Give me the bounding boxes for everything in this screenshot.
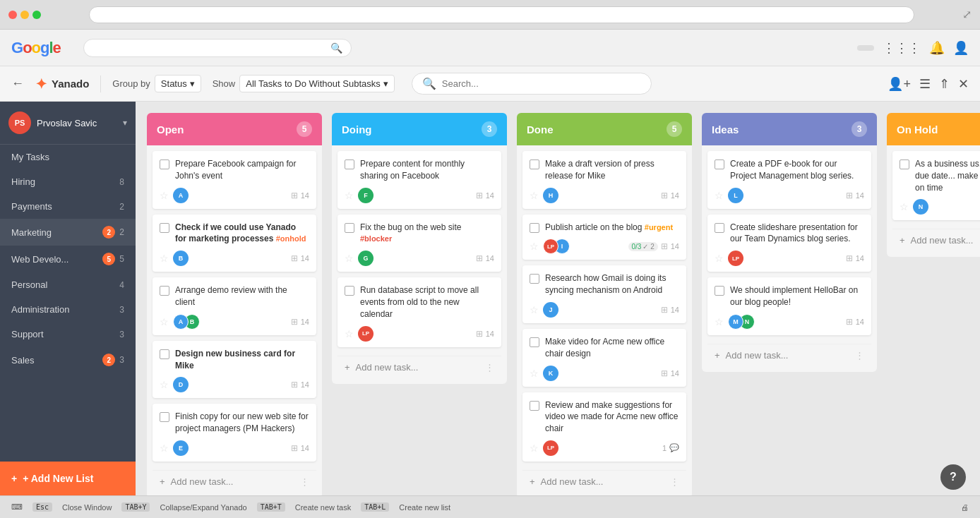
- task-checkbox[interactable]: [530, 337, 539, 347]
- url-bar[interactable]: [89, 6, 914, 23]
- task-card[interactable]: Prepare Facebook campaign for John's eve…: [153, 151, 316, 209]
- search-input[interactable]: [442, 78, 641, 89]
- task-checkbox[interactable]: [345, 159, 354, 169]
- add-task-button[interactable]: + Add new task... ⋮: [522, 470, 686, 493]
- group-by-dropdown[interactable]: Status ▾: [155, 75, 201, 92]
- grid-icon[interactable]: ⋮⋮⋮: [883, 40, 921, 56]
- star-icon[interactable]: ☆: [530, 241, 539, 252]
- task-checkbox[interactable]: [160, 412, 169, 422]
- task-card[interactable]: Design new business card for Mike ☆ D ⊞ …: [153, 341, 316, 399]
- task-checkbox[interactable]: [530, 401, 539, 411]
- task-card[interactable]: Run database script to move all events f…: [337, 277, 501, 347]
- minimize-dot[interactable]: [20, 11, 29, 19]
- task-count: 14: [671, 191, 679, 200]
- star-icon[interactable]: ☆: [530, 190, 539, 201]
- search-bar[interactable]: 🔍: [412, 73, 652, 95]
- star-icon[interactable]: ☆: [715, 316, 724, 327]
- user-icon[interactable]: 👤: [953, 40, 969, 56]
- task-card[interactable]: Finish copy for our new web site for pro…: [153, 404, 316, 462]
- add-task-button[interactable]: + Add new task...: [892, 229, 980, 251]
- task-card[interactable]: Arrange demo review with the client ☆ A …: [153, 277, 316, 335]
- filter-dropdown[interactable]: All Tasks to Do Without Subtasks ▾: [239, 75, 395, 92]
- more-icon[interactable]: ⋮: [485, 362, 494, 373]
- task-card[interactable]: Create slideshare presentation for our T…: [707, 215, 871, 272]
- task-checkbox[interactable]: [160, 286, 169, 296]
- sidebar-user[interactable]: PS Prvoslav Savic ▾: [0, 102, 136, 145]
- task-card[interactable]: We should implement HelloBar on our blog…: [707, 277, 871, 335]
- sidebar-item-my-tasks[interactable]: My Tasks: [0, 145, 136, 169]
- star-icon[interactable]: ☆: [160, 190, 169, 201]
- sidebar-item-personal[interactable]: Personal 4: [0, 272, 136, 297]
- task-checkbox[interactable]: [715, 286, 724, 296]
- task-title: As a business us... to set a due date...…: [915, 158, 980, 193]
- add-task-button[interactable]: + Add new task... ⋮: [707, 344, 871, 366]
- star-icon[interactable]: ☆: [345, 328, 354, 339]
- collapse-icon[interactable]: ⇑: [939, 76, 950, 92]
- add-task-button[interactable]: + Add new task... ⋮: [153, 470, 316, 493]
- task-checkbox[interactable]: [530, 159, 539, 169]
- star-icon[interactable]: ☆: [530, 442, 539, 454]
- star-icon[interactable]: ☆: [160, 379, 169, 390]
- star-icon[interactable]: ☆: [160, 316, 169, 327]
- task-checkbox[interactable]: [160, 223, 169, 233]
- more-icon[interactable]: ⋮: [855, 350, 864, 361]
- google-header-button[interactable]: [857, 45, 874, 51]
- close-dot[interactable]: [8, 11, 17, 19]
- task-card[interactable]: Make a draft version of press release fo…: [522, 151, 686, 209]
- task-card[interactable]: As a business us... to set a due date...…: [892, 151, 980, 220]
- sidebar-item-web-develo[interactable]: Web Develo... 5 5: [0, 246, 136, 272]
- google-search-icon[interactable]: 🔍: [330, 42, 342, 54]
- add-member-icon[interactable]: 👤+: [888, 76, 911, 92]
- help-button[interactable]: ?: [940, 464, 966, 490]
- bell-icon[interactable]: 🔔: [929, 40, 945, 56]
- task-checkbox[interactable]: [900, 159, 909, 169]
- task-checkbox[interactable]: [715, 223, 724, 233]
- task-count: 14: [486, 254, 494, 263]
- create-task-label: Create new task: [295, 503, 351, 512]
- task-card[interactable]: Review and make suggestions for video we…: [522, 392, 686, 462]
- task-checkbox[interactable]: [530, 274, 539, 284]
- star-icon[interactable]: ☆: [530, 368, 539, 379]
- column-doing: Doing 3 Prepare content for monthly shar…: [332, 113, 507, 384]
- sidebar-item-label: Support: [11, 329, 119, 339]
- task-card[interactable]: Create a PDF e-book for our Project Mana…: [707, 151, 871, 209]
- star-icon[interactable]: ☆: [715, 253, 724, 264]
- task-checkbox[interactable]: [345, 223, 354, 233]
- sidebar-item-payments[interactable]: Payments 2: [0, 194, 136, 219]
- star-icon[interactable]: ☆: [345, 253, 354, 264]
- star-icon[interactable]: ☆: [530, 304, 539, 315]
- more-icon[interactable]: ⋮: [670, 476, 679, 487]
- google-search-bar[interactable]: 🔍: [83, 39, 352, 57]
- task-card[interactable]: Fix the bug on the web site #blocker ☆ G…: [337, 215, 501, 272]
- more-icon[interactable]: ⋮: [300, 476, 309, 487]
- star-icon[interactable]: ☆: [715, 190, 724, 201]
- add-new-list-button[interactable]: + + Add New List: [0, 462, 136, 495]
- sidebar-item-support[interactable]: Support 3: [0, 322, 136, 347]
- task-card[interactable]: Prepare content for monthly sharing on F…: [337, 151, 501, 209]
- maximize-dot[interactable]: [32, 11, 41, 19]
- task-checkbox[interactable]: [345, 286, 354, 296]
- task-card[interactable]: Research how Gmail is doing its syncing …: [522, 265, 686, 323]
- task-checkbox[interactable]: [715, 159, 724, 169]
- sidebar-item-administration[interactable]: Administration 3: [0, 297, 136, 322]
- sidebar-item-hiring[interactable]: Hiring 8: [0, 169, 136, 194]
- back-button[interactable]: ←: [11, 76, 24, 91]
- task-checkbox[interactable]: [160, 349, 169, 359]
- sidebar-item-marketing[interactable]: Marketing 2 2: [0, 219, 136, 246]
- task-checkbox[interactable]: [160, 159, 169, 169]
- task-checkbox[interactable]: [530, 223, 539, 233]
- task-card[interactable]: Check if we could use Yanado for marketi…: [153, 215, 316, 272]
- browser-chrome: ⤢: [0, 0, 980, 30]
- close-icon[interactable]: ✕: [958, 76, 969, 92]
- star-icon[interactable]: ☆: [345, 190, 354, 201]
- list-view-icon[interactable]: ☰: [919, 76, 931, 92]
- add-task-button[interactable]: + Add new task... ⋮: [337, 356, 501, 378]
- sidebar-item-sales[interactable]: Sales 2 3: [0, 347, 136, 373]
- task-card[interactable]: Make video for Acme new office chair des…: [522, 329, 686, 387]
- star-icon[interactable]: ☆: [160, 253, 169, 264]
- task-card[interactable]: Publish article on the blog #urgent ☆ LP…: [522, 215, 686, 260]
- star-icon[interactable]: ☆: [900, 201, 909, 212]
- fullscreen-icon[interactable]: ⤢: [962, 8, 972, 21]
- star-icon[interactable]: ☆: [160, 442, 169, 454]
- google-search-input[interactable]: [92, 42, 330, 54]
